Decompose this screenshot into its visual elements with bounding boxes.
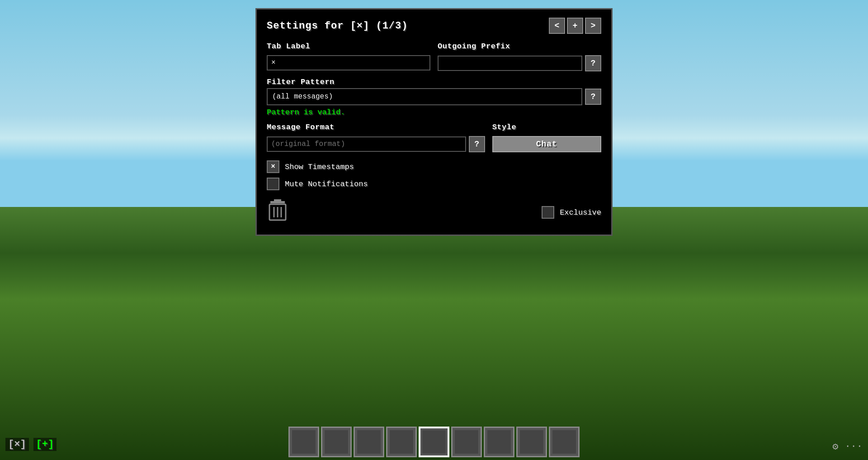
tab-label-input[interactable] <box>267 55 430 70</box>
dialog-titlebar: Settings for [×] (1/3) < + > <box>267 18 601 34</box>
tab-label-col: Tab Label <box>267 42 430 70</box>
message-format-row: Message Format ? Style Chat <box>267 123 601 152</box>
exclusive-label: Exclusive <box>560 208 601 217</box>
show-timestamps-checkbox[interactable]: × <box>267 160 279 173</box>
outgoing-prefix-label: Outgoing Prefix <box>438 42 601 51</box>
settings-dialog: Settings for [×] (1/3) < + > Tab Label O… <box>255 8 613 236</box>
filter-pattern-label: Filter Pattern <box>267 78 601 86</box>
outgoing-prefix-input[interactable] <box>438 56 582 71</box>
pattern-valid-message: Pattern is valid. <box>267 108 601 117</box>
label-prefix-row: Tab Label Outgoing Prefix ? <box>267 42 601 71</box>
mute-notifications-label: Mute Notifications <box>285 180 368 188</box>
exclusive-row[interactable]: Exclusive <box>542 206 601 219</box>
message-format-help-button[interactable]: ? <box>469 136 485 152</box>
filter-pattern-input[interactable] <box>267 88 582 105</box>
message-format-label: Message Format <box>267 123 485 131</box>
outgoing-prefix-help-button[interactable]: ? <box>585 55 601 71</box>
outgoing-prefix-col: Outgoing Prefix ? <box>438 42 601 71</box>
titlebar-buttons: < + > <box>549 18 601 34</box>
exclusive-checkbox[interactable] <box>542 206 554 219</box>
nav-next-button[interactable]: > <box>585 18 601 34</box>
filter-pattern-input-row: ? <box>267 88 601 105</box>
style-button[interactable]: Chat <box>492 136 601 152</box>
delete-button[interactable] <box>267 200 288 225</box>
trash-icon <box>268 199 288 226</box>
outgoing-prefix-input-row: ? <box>438 55 601 71</box>
checkbox-section: × Show Timestamps Mute Notifications <box>267 160 601 190</box>
show-timestamps-label: Show Timestamps <box>285 163 354 171</box>
nav-prev-button[interactable]: < <box>549 18 565 34</box>
message-format-col: Message Format ? <box>267 123 485 152</box>
show-timestamps-checkmark: × <box>271 163 275 171</box>
format-input-row: ? <box>267 136 485 152</box>
filter-pattern-section: Filter Pattern ? <box>267 78 601 105</box>
nav-add-button[interactable]: + <box>567 18 583 34</box>
style-col: Style Chat <box>492 123 601 152</box>
mute-notifications-row[interactable]: Mute Notifications <box>267 178 601 190</box>
mute-notifications-checkbox[interactable] <box>267 178 279 190</box>
message-format-input[interactable] <box>267 136 466 152</box>
filter-pattern-help-button[interactable]: ? <box>585 89 601 105</box>
bottom-row: Exclusive <box>267 200 601 225</box>
dialog-title: Settings for [×] (1/3) <box>267 20 408 32</box>
style-label: Style <box>492 123 601 131</box>
show-timestamps-row[interactable]: × Show Timestamps <box>267 160 601 173</box>
svg-rect-1 <box>274 199 281 202</box>
tab-label-label: Tab Label <box>267 42 430 51</box>
dialog-wrapper: Settings for [×] (1/3) < + > Tab Label O… <box>0 0 868 460</box>
